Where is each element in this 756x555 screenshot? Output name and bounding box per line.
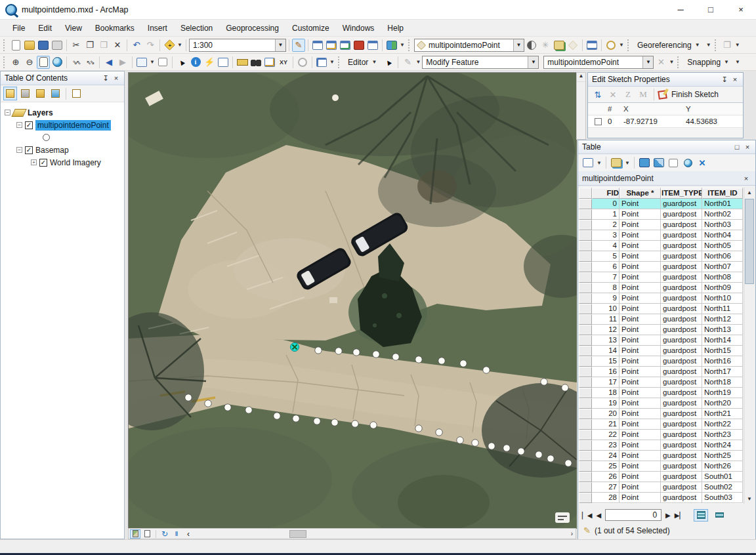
- cell-shape[interactable]: Point: [620, 272, 661, 283]
- pencil-dropdown-icon[interactable]: ▼: [415, 56, 421, 69]
- flicker-icon[interactable]: [566, 39, 579, 52]
- cell-item-type[interactable]: guardpost: [661, 346, 702, 356]
- guard-post-point[interactable]: [185, 394, 192, 401]
- table-row[interactable]: 12PointguardpostNorth13: [579, 325, 745, 335]
- cell-fid[interactable]: 0: [592, 199, 620, 209]
- cell-item-id[interactable]: North16: [702, 356, 743, 367]
- first-record-button[interactable]: ▏◀: [582, 512, 592, 519]
- image-analysis-icon[interactable]: [585, 39, 598, 52]
- scroll-up-icon[interactable]: ▲: [577, 73, 585, 82]
- table-row[interactable]: 26PointguardpostSouth01: [579, 472, 745, 482]
- cell-shape[interactable]: Point: [620, 367, 661, 377]
- guard-post-point[interactable]: [293, 415, 299, 422]
- layer-checkbox[interactable]: ✓: [25, 146, 33, 154]
- close-button[interactable]: ×: [726, 0, 756, 19]
- show-selected-records-button[interactable]: [712, 509, 726, 522]
- cell-shape[interactable]: Point: [620, 409, 661, 419]
- cell-item-id[interactable]: North21: [702, 409, 743, 419]
- edit-tool-icon[interactable]: ▲: [382, 56, 395, 69]
- create-viewer-window-icon[interactable]: [315, 56, 328, 69]
- table-row[interactable]: 8PointguardpostNorth09: [579, 283, 745, 293]
- create-features-pencil-icon[interactable]: ✎: [401, 56, 414, 69]
- cell-item-type[interactable]: guardpost: [661, 199, 702, 209]
- cell-shape[interactable]: Point: [620, 419, 661, 430]
- select-by-attributes-icon[interactable]: [638, 156, 651, 169]
- menu-item-bookmarks[interactable]: Bookmarks: [89, 21, 140, 35]
- row-selector[interactable]: [579, 262, 592, 272]
- find-icon[interactable]: [249, 56, 262, 69]
- measure-icon[interactable]: [236, 56, 249, 69]
- menu-item-view[interactable]: View: [59, 21, 88, 35]
- new-document-icon[interactable]: [9, 39, 22, 52]
- table-scrollbar-thumb[interactable]: [745, 199, 754, 284]
- delete-icon[interactable]: ✕: [111, 39, 124, 52]
- toolbar-overflow-icon[interactable]: ▼: [705, 39, 712, 52]
- viewer-icon[interactable]: ❐: [721, 39, 734, 52]
- cell-fid[interactable]: 28: [592, 493, 620, 503]
- row-selector[interactable]: [579, 283, 592, 293]
- cell-item-id[interactable]: North13: [702, 325, 743, 335]
- edit-sketch-tool-icon[interactable]: ✎: [292, 39, 305, 52]
- pause-drawing-icon[interactable]: ‖: [171, 529, 182, 539]
- toc-options-icon[interactable]: [70, 87, 83, 100]
- snapping-menu[interactable]: Snapping ▼: [683, 54, 734, 70]
- menu-item-selection[interactable]: Selection: [175, 21, 219, 35]
- cell-item-type[interactable]: guardpost: [661, 409, 702, 419]
- cell-fid[interactable]: 16: [592, 367, 620, 377]
- table-options-icon[interactable]: [581, 156, 595, 169]
- guard-post-point[interactable]: [536, 451, 542, 458]
- cell-item-type[interactable]: guardpost: [661, 377, 702, 388]
- pin-icon[interactable]: ↧: [100, 73, 111, 83]
- python-window-icon[interactable]: [366, 39, 379, 52]
- guard-post-point[interactable]: [205, 400, 211, 407]
- select-elements-icon[interactable]: ▲: [175, 56, 188, 69]
- list-by-source-icon[interactable]: [18, 87, 32, 100]
- expand-icon[interactable]: +: [31, 159, 37, 165]
- print-icon[interactable]: [51, 39, 64, 52]
- tree-item-layers[interactable]: − Layers: [5, 106, 124, 119]
- cell-shape[interactable]: Point: [620, 335, 661, 346]
- layout-view-button[interactable]: [142, 529, 152, 539]
- cell-item-id[interactable]: South01: [702, 472, 743, 482]
- cell-fid[interactable]: 26: [592, 472, 620, 482]
- tree-item-basemap[interactable]: − ✓ Basemap: [5, 144, 124, 156]
- table-row[interactable]: 17PointguardpostNorth18: [579, 377, 745, 388]
- forward-extent-icon[interactable]: ▶: [116, 56, 129, 69]
- cell-shape[interactable]: Point: [620, 493, 661, 503]
- table-row[interactable]: 3PointguardpostNorth04: [579, 230, 745, 241]
- table-row[interactable]: 15PointguardpostNorth16: [579, 356, 745, 367]
- cell-item-type[interactable]: guardpost: [661, 472, 702, 482]
- cell-item-type[interactable]: guardpost: [661, 283, 702, 293]
- cell-shape[interactable]: Point: [620, 251, 661, 262]
- row-selector[interactable]: [579, 230, 592, 241]
- table-row[interactable]: 4PointguardpostNorth05: [579, 241, 745, 251]
- open-icon[interactable]: [23, 39, 36, 52]
- cell-fid[interactable]: 18: [592, 388, 620, 398]
- cell-fid[interactable]: 24: [592, 451, 620, 461]
- column-header-item-id[interactable]: ITEM_ID: [702, 188, 743, 199]
- edit-target-combo[interactable]: multipointdemoPoint ▼: [543, 56, 654, 69]
- georeferencing-menu[interactable]: Georeferencing ▼: [633, 37, 705, 53]
- cell-item-type[interactable]: guardpost: [661, 220, 702, 230]
- table-row[interactable]: 23PointguardpostNorth24: [579, 440, 745, 451]
- horizontal-scrollbar-thumb[interactable]: [289, 530, 306, 538]
- save-icon[interactable]: [37, 39, 50, 52]
- guard-post-point[interactable]: [224, 404, 231, 411]
- row-selector[interactable]: [579, 398, 592, 409]
- scroll-up-icon[interactable]: ▲: [744, 188, 755, 197]
- pan-tool-icon[interactable]: [37, 56, 50, 69]
- cell-item-id[interactable]: South03: [702, 493, 743, 503]
- cell-fid[interactable]: 7: [592, 272, 620, 283]
- full-extent-icon[interactable]: [51, 56, 64, 69]
- table-row[interactable]: 19PointguardpostNorth20: [579, 398, 745, 409]
- delete-selected-icon[interactable]: ✕: [696, 156, 709, 169]
- editor-target-combo[interactable]: multipointdemoPoint ▼: [414, 39, 524, 52]
- cell-item-id[interactable]: North12: [702, 314, 743, 325]
- cell-item-type[interactable]: guardpost: [661, 304, 702, 314]
- cell-item-id[interactable]: North10: [702, 293, 743, 304]
- row-selector[interactable]: [579, 451, 592, 461]
- guard-post-point[interactable]: [488, 443, 495, 449]
- menu-item-insert[interactable]: Insert: [142, 21, 173, 35]
- map-view[interactable]: [128, 72, 576, 528]
- row-selector[interactable]: [579, 472, 592, 482]
